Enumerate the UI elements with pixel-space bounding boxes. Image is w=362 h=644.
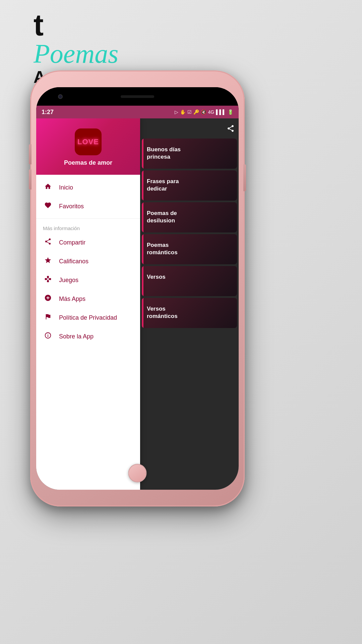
- network-label: 4G: [208, 109, 215, 115]
- hand-icon: ✋: [180, 109, 186, 115]
- drawer-divider-1: [36, 218, 140, 219]
- drawer-menu: Inicio Favoritos Más información: [36, 175, 140, 349]
- card-versos-romanticos-title: Versosrománticos: [147, 305, 178, 320]
- check-icon: ☑: [187, 109, 192, 115]
- share-button-overlay[interactable]: [227, 124, 235, 135]
- love-icon-text: LOVE: [77, 138, 99, 146]
- drawer-item-compartir[interactable]: Compartir: [36, 233, 140, 252]
- card-accent-4: [142, 234, 143, 264]
- card-buenos-dias[interactable]: Buenos díasprincesa: [142, 139, 237, 169]
- nav-drawer: LOVE Poemas de amor Inicio: [36, 118, 140, 490]
- privacidad-label: Política de Privacidad: [59, 314, 117, 321]
- drawer-item-inicio[interactable]: Inicio: [36, 178, 140, 197]
- power-button[interactable]: [243, 164, 246, 191]
- games-icon: [43, 275, 53, 285]
- drawer-item-mas-apps[interactable]: Más Apps: [36, 289, 140, 308]
- card-romanticos-title: Poemasrománticos: [147, 241, 178, 256]
- drawer-item-sobre[interactable]: Sobre la App: [36, 327, 140, 346]
- card-accent-6: [142, 298, 143, 328]
- mas-apps-label: Más Apps: [59, 296, 85, 303]
- front-camera: [58, 94, 63, 99]
- volume-down-button[interactable]: [29, 169, 32, 190]
- play-icon: ▷: [175, 109, 178, 115]
- key-icon: 🔑: [193, 109, 199, 115]
- share-icon: [43, 238, 53, 247]
- home-button[interactable]: [128, 464, 147, 482]
- battery-icon: 🔋: [228, 109, 233, 115]
- info-icon: [43, 332, 53, 341]
- card-buenos-dias-title: Buenos díasprincesa: [147, 146, 181, 161]
- status-time: 1:27: [42, 109, 54, 116]
- app-icon: LOVE: [75, 128, 102, 155]
- volume-up-button[interactable]: [29, 144, 32, 164]
- app-screen: LOVE Poemas de amor Inicio: [36, 118, 239, 490]
- content-cards-list: Buenos díasprincesa Frases paradedicar P…: [140, 137, 239, 330]
- drawer-item-juegos[interactable]: Juegos: [36, 271, 140, 289]
- card-romanticos[interactable]: Poemasrománticos: [142, 234, 237, 264]
- drawer-app-name: Poemas de amor: [64, 159, 112, 166]
- heart-icon: [43, 202, 53, 211]
- drawer-item-favoritos[interactable]: Favoritos: [36, 197, 140, 216]
- sobre-label: Sobre la App: [59, 333, 94, 340]
- card-frases[interactable]: Frases paradedicar: [142, 170, 237, 201]
- card-accent-2: [142, 170, 143, 201]
- card-frases-title: Frases paradedicar: [147, 178, 179, 193]
- status-icons: ▷ ✋ ☑ 🔑 🔇 4G ▌▌▌ 🔋: [175, 109, 233, 115]
- phone-screen-bezel: 1:27 ▷ ✋ ☑ 🔑 🔇 4G ▌▌▌ 🔋 LOVE: [36, 87, 239, 490]
- card-versos-title: Versos: [147, 273, 166, 281]
- card-versos[interactable]: Versos: [142, 266, 237, 296]
- calificanos-label: Calificanos: [59, 258, 88, 265]
- add-circle-icon: [43, 294, 53, 304]
- drawer-item-privacidad[interactable]: Política de Privacidad: [36, 308, 140, 327]
- card-accent-3: [142, 202, 143, 232]
- mute-icon: 🔇: [201, 109, 206, 115]
- card-accent: [142, 139, 143, 169]
- favoritos-label: Favoritos: [59, 203, 84, 210]
- inicio-label: Inicio: [59, 184, 73, 191]
- phone-top-bar: [36, 87, 239, 106]
- card-desilusion[interactable]: Poemas dedesilusion: [142, 202, 237, 232]
- signal-icon: ▌▌▌: [216, 109, 226, 115]
- flag-icon: [43, 313, 53, 322]
- card-accent-5: [142, 266, 143, 296]
- drawer-header: LOVE Poemas de amor: [36, 118, 140, 175]
- compartir-label: Compartir: [59, 239, 85, 246]
- status-bar: 1:27 ▷ ✋ ☑ 🔑 🔇 4G ▌▌▌ 🔋: [36, 106, 239, 118]
- bg-title-main: t: [34, 10, 118, 40]
- home-icon: [43, 183, 53, 192]
- drawer-item-calificanos[interactable]: Calificanos: [36, 252, 140, 271]
- card-desilusion-title: Poemas dedesilusion: [147, 210, 177, 224]
- bg-title-script: Poemas: [34, 40, 118, 67]
- star-icon: [43, 257, 53, 266]
- phone-shell: 1:27 ▷ ✋ ☑ 🔑 🔇 4G ▌▌▌ 🔋 LOVE: [30, 70, 245, 506]
- main-content-area: Buenos díasprincesa Frases paradedicar P…: [140, 118, 239, 490]
- juegos-label: Juegos: [59, 277, 78, 284]
- card-versos-romanticos[interactable]: Versosrománticos: [142, 298, 237, 328]
- earpiece-speaker: [121, 95, 154, 98]
- drawer-section-title: Más información: [36, 221, 140, 233]
